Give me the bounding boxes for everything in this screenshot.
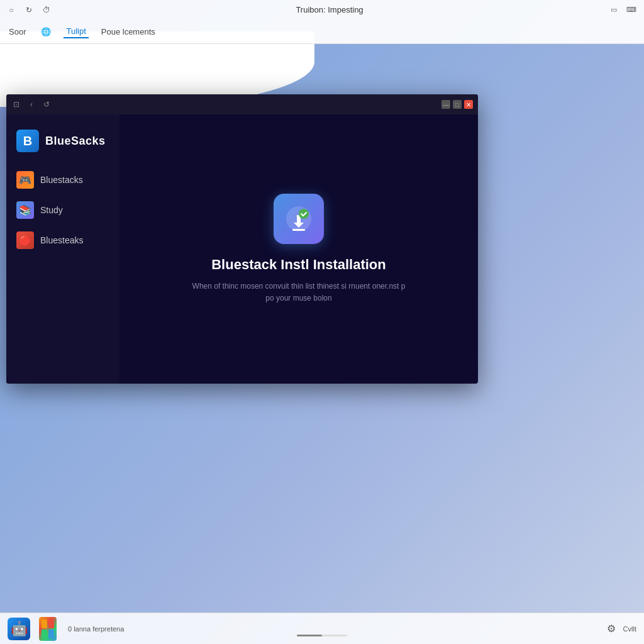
window-refresh-icon[interactable]: ↺ xyxy=(42,99,52,109)
start-area: 🤖 xyxy=(8,618,30,640)
sidebar-item-bluestacks[interactable]: 🎮 Bluestacks xyxy=(6,165,119,195)
keyboard-icon[interactable]: ⌨ xyxy=(625,6,638,14)
window-minimize-button[interactable]: — xyxy=(441,100,450,109)
window-titlebar: ⊡ ‹ ↺ — □ ✕ xyxy=(6,94,478,114)
install-icon-svg xyxy=(285,205,313,233)
nav-item-poue[interactable]: Poue lcements xyxy=(99,26,158,38)
taskbar-bottom: 🤖 0 lanna ferpretena ⚙ Cvllt xyxy=(0,613,644,644)
taskbar-progress-bar xyxy=(297,635,347,636)
window-home-icon[interactable]: ⊡ xyxy=(11,99,21,109)
sidebar: B BlueSacks 🎮 Bluestacks 📚 Study 🔴 Blues… xyxy=(6,114,119,384)
monitor-icon[interactable]: ▭ xyxy=(608,6,620,14)
sidebar-item-bluesteaks[interactable]: 🔴 Bluesteaks xyxy=(6,225,119,255)
window-controls: — □ ✕ xyxy=(441,100,473,109)
window-nav-icons: ⊡ ‹ ↺ xyxy=(11,99,52,109)
start-tile-1 xyxy=(42,619,47,628)
window-body: B BlueSacks 🎮 Bluestacks 📚 Study 🔴 Blues… xyxy=(6,114,478,384)
taskbar-row1: ○ ↻ ⏱ Truibon: Impesting ▭ ⌨ xyxy=(0,0,644,20)
taskbar-top: ○ ↻ ⏱ Truibon: Impesting ▭ ⌨ Soor 🌐 Tuli… xyxy=(0,0,644,44)
main-title: Bluestack Instl Installation xyxy=(211,257,386,273)
sidebar-item-bluestacks-label: Bluestacks xyxy=(40,175,83,185)
bluesteaks-app-icon: 🔴 xyxy=(16,231,34,249)
start-tile-icon[interactable] xyxy=(38,619,58,639)
svg-rect-1 xyxy=(292,229,305,231)
bluestacks-app-icon: 🎮 xyxy=(16,171,34,189)
taskbar-progress-inner xyxy=(297,635,322,636)
nav-item-soor[interactable]: Soor xyxy=(6,26,28,38)
taskbar-window-title: Truibon: Impesting xyxy=(59,5,600,14)
start-tile-3 xyxy=(42,630,47,638)
window-back-icon[interactable]: ‹ xyxy=(26,99,36,109)
main-content-area: Bluestack Instl Installation When of thi… xyxy=(119,114,478,384)
start-icon-grid xyxy=(39,617,57,641)
sidebar-item-study[interactable]: 📚 Study xyxy=(6,195,119,225)
taskbar-controls: ▭ ⌨ xyxy=(608,6,638,14)
sidebar-item-study-label: Study xyxy=(40,205,63,215)
taskbar-icon-2[interactable]: ↻ xyxy=(24,5,34,15)
taskbar-icon-3[interactable]: ⏱ xyxy=(42,5,52,15)
taskbar-bluestacks-icon[interactable]: 🤖 xyxy=(8,618,30,640)
brand-name: BlueSacks xyxy=(45,135,106,148)
taskbar-notification-text: 0 lanna ferpretena xyxy=(68,625,124,633)
desktop: ○ ↻ ⏱ Truibon: Impesting ▭ ⌨ Soor 🌐 Tuli… xyxy=(0,0,644,644)
sidebar-item-bluesteaks-label: Bluesteaks xyxy=(40,235,83,245)
window-close-button[interactable]: ✕ xyxy=(464,100,473,109)
nav-icon-globe: 🌐 xyxy=(38,26,53,38)
study-app-icon: 📚 xyxy=(16,201,34,219)
start-tile-4 xyxy=(48,630,54,638)
tray-text: Cvllt xyxy=(623,625,636,633)
taskbar-nav-row: Soor 🌐 Tulipt Poue lcements xyxy=(0,20,644,43)
start-tile-2 xyxy=(48,619,54,628)
app-window: ⊡ ‹ ↺ — □ ✕ B BlueSacks 🎮 Bluestacks xyxy=(6,94,478,384)
tray-settings-icon[interactable]: ⚙ xyxy=(607,623,616,635)
taskbar-right-area: ⚙ Cvllt xyxy=(607,623,636,635)
svg-point-2 xyxy=(299,209,309,219)
main-description: When of thinc mosen convuit thin list th… xyxy=(192,280,406,304)
brand-icon: B xyxy=(16,130,39,152)
app-brand: B BlueSacks xyxy=(6,125,119,165)
taskbar-icon-1[interactable]: ○ xyxy=(6,5,16,15)
nav-item-tulipt[interactable]: Tulipt xyxy=(64,25,88,38)
center-app-icon xyxy=(274,194,324,244)
window-maximize-button[interactable]: □ xyxy=(453,100,462,109)
